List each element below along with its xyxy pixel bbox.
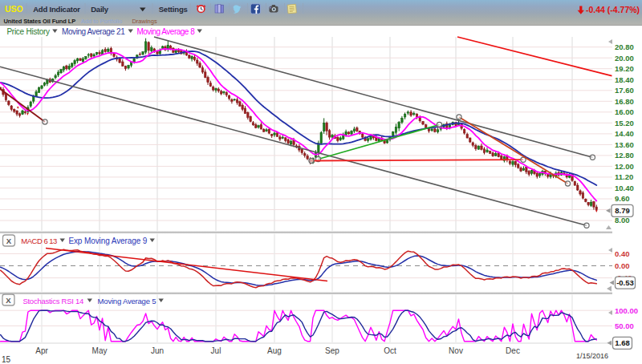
svg-text:1.68: 1.68 — [615, 338, 630, 347]
svg-text:Aug: Aug — [267, 346, 282, 355]
svg-text:Settings: Settings — [159, 5, 188, 14]
svg-text:15: 15 — [2, 355, 11, 364]
svg-text:19.20: 19.20 — [615, 64, 634, 73]
svg-text:Moving Average 21: Moving Average 21 — [62, 27, 125, 36]
svg-text:Stochastics RSI 14: Stochastics RSI 14 — [22, 297, 83, 305]
svg-text:20.80: 20.80 — [615, 42, 634, 51]
svg-text:Drawings: Drawings — [132, 18, 157, 25]
svg-text:May: May — [92, 346, 108, 355]
svg-text:Daily: Daily — [91, 5, 109, 14]
svg-text:Jun: Jun — [151, 346, 164, 355]
svg-text:Apr: Apr — [35, 346, 48, 355]
svg-text:Dec: Dec — [506, 346, 520, 355]
svg-text:Add Indicator: Add Indicator — [33, 5, 80, 14]
svg-text:11.20: 11.20 — [615, 172, 633, 181]
svg-text:50.00: 50.00 — [615, 322, 634, 330]
svg-text:Moving Average 8: Moving Average 8 — [136, 27, 195, 36]
svg-text:12.00: 12.00 — [615, 162, 634, 171]
svg-text:0.00: 0.00 — [615, 261, 630, 270]
svg-text:13.60: 13.60 — [615, 140, 634, 149]
svg-text:12.80: 12.80 — [615, 151, 634, 160]
svg-text:15.20: 15.20 — [615, 119, 634, 127]
svg-text:16.80: 16.80 — [615, 97, 634, 106]
svg-text:18.40: 18.40 — [615, 75, 634, 84]
svg-text:20.00: 20.00 — [615, 54, 634, 63]
svg-text:Price History: Price History — [6, 27, 50, 36]
svg-text:MACD 6 13: MACD 6 13 — [21, 237, 57, 245]
svg-text:9.60: 9.60 — [615, 194, 630, 203]
svg-text:1/15/2016: 1/15/2016 — [576, 352, 608, 360]
svg-text:United States Oil Fund LP: United States Oil Fund LP — [4, 18, 76, 25]
svg-text:Exp Moving Average 9: Exp Moving Average 9 — [68, 237, 147, 245]
svg-text:X: X — [6, 237, 12, 245]
svg-text:Sep: Sep — [325, 346, 339, 355]
svg-text:100.00: 100.00 — [615, 306, 638, 315]
svg-text:14.40: 14.40 — [615, 129, 634, 138]
svg-text:Nov: Nov — [449, 346, 463, 355]
svg-text:-0.44 (-4.77%): -0.44 (-4.77%) — [586, 5, 640, 14]
svg-text:0.40: 0.40 — [615, 249, 630, 258]
svg-text:USO: USO — [5, 4, 23, 14]
svg-text:8.79: 8.79 — [615, 206, 630, 215]
svg-text:X: X — [6, 296, 11, 305]
svg-text:-0.53: -0.53 — [616, 278, 634, 287]
svg-text:16.00: 16.00 — [615, 107, 634, 116]
svg-text:17.60: 17.60 — [615, 86, 634, 95]
svg-text:Jul: Jul — [211, 346, 221, 355]
svg-text:Moving Average 5: Moving Average 5 — [98, 297, 156, 305]
svg-text:8.00: 8.00 — [615, 216, 630, 224]
svg-text:Add to Portfolio: Add to Portfolio — [81, 18, 122, 25]
svg-text:Oct: Oct — [384, 346, 396, 355]
svg-text:10.40: 10.40 — [615, 184, 634, 192]
